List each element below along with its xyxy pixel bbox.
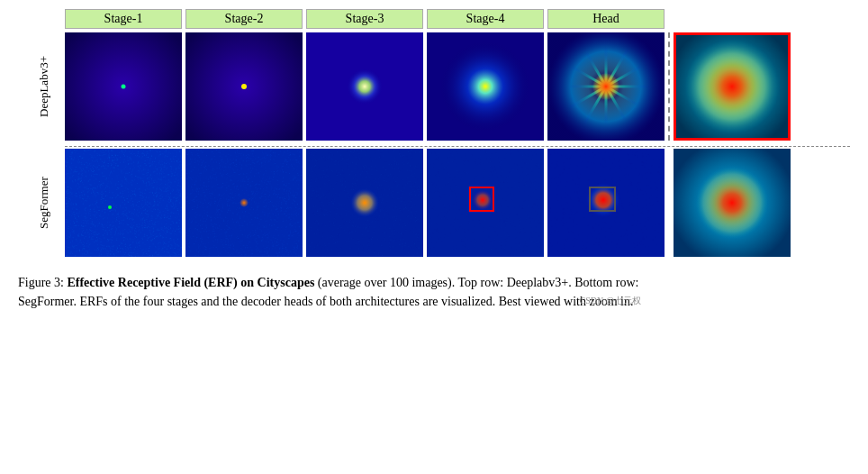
caption-prefix: Figure 3: xyxy=(18,276,67,289)
heatmap-r2s1 xyxy=(65,149,182,257)
heatmap-r1s2 xyxy=(185,32,303,141)
heatmap-r1head xyxy=(547,32,665,141)
heatmap-r1extra xyxy=(674,32,791,141)
row-segformer: SegFormer xyxy=(18,149,850,257)
col-header-head: Head xyxy=(547,9,665,29)
row1-divider xyxy=(668,32,670,141)
column-headers: Stage-1 Stage-2 Stage-3 Stage-4 Head xyxy=(65,9,850,29)
grid-area: Stage-1 Stage-2 Stage-3 Stage-4 Head Dee… xyxy=(18,9,850,260)
row-label-segformer: SegFormer xyxy=(18,149,65,257)
heatmap-r1s3 xyxy=(306,32,423,141)
row-divider xyxy=(65,146,850,147)
heatmap-r1s1 xyxy=(65,32,182,141)
row-deeplabv3: DeepLabv3+ xyxy=(18,32,850,141)
row-label-deeplabv3: DeepLabv3+ xyxy=(18,32,65,141)
heatmap-r2s3 xyxy=(306,149,423,257)
inner-red-box xyxy=(469,187,494,212)
heatmap-r2s4-wrap xyxy=(427,149,544,257)
heatmap-r1s4 xyxy=(427,32,544,141)
csdn-watermark: CSDN @七元权 xyxy=(580,294,641,307)
figure-container: Stage-1 Stage-2 Stage-3 Stage-4 Head Dee… xyxy=(18,9,850,311)
col-header-stage1: Stage-1 xyxy=(65,9,182,29)
heatmap-r2extra xyxy=(674,149,791,257)
caption-bold: Effective Receptive Field (ERF) on Citys… xyxy=(67,276,314,289)
caption: Figure 3: Effective Receptive Field (ERF… xyxy=(18,273,648,311)
heatmap-r2s2 xyxy=(185,149,303,257)
inner-blue-box xyxy=(589,187,616,212)
col-header-stage4: Stage-4 xyxy=(427,9,544,29)
heatmap-r2head-wrap xyxy=(547,149,665,257)
col-header-stage2: Stage-2 xyxy=(185,9,303,29)
col-header-stage3: Stage-3 xyxy=(306,9,423,29)
